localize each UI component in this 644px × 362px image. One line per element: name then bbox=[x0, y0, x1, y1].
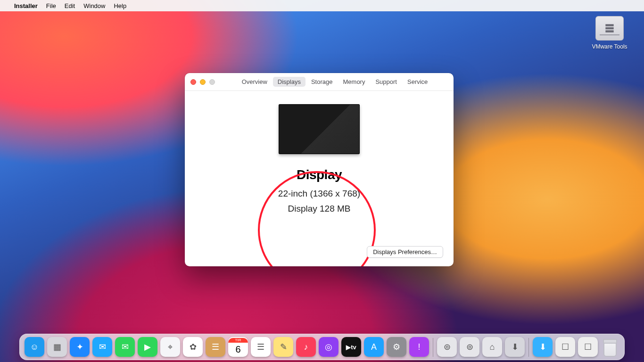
minimize-button[interactable] bbox=[200, 79, 206, 85]
about-content: Display 22-inch (644 x 362) Display 128… bbox=[185, 91, 454, 266]
dock-app-system-prefs[interactable]: ⚙ bbox=[387, 337, 406, 357]
doc-preview-2-icon: ☐ bbox=[584, 342, 592, 352]
mail-icon: ✉ bbox=[99, 342, 106, 352]
dock-app-reminders[interactable]: ☰ bbox=[251, 337, 271, 357]
display-thumbnail-icon bbox=[279, 104, 360, 154]
window-traffic-lights bbox=[190, 79, 215, 85]
dock-app-finder[interactable]: ☺ bbox=[25, 337, 44, 357]
tab-service[interactable]: Service bbox=[403, 77, 432, 87]
dock-app-macos-installer-1[interactable]: ⊚ bbox=[437, 337, 457, 357]
dock-app-facetime[interactable]: ▶ bbox=[138, 337, 157, 357]
display-title: Display bbox=[185, 164, 454, 186]
maps-icon: ⌖ bbox=[168, 342, 173, 352]
safari-icon: ✦ bbox=[76, 342, 83, 352]
dock-separator bbox=[528, 338, 529, 357]
folder-downloads-icon: ⬇ bbox=[539, 342, 546, 352]
downloads-stack-icon: ⬇ bbox=[512, 342, 519, 352]
tab-support[interactable]: Support bbox=[371, 77, 402, 87]
doc-preview-1-icon: ☐ bbox=[561, 342, 569, 352]
finder-icon: ☺ bbox=[30, 342, 39, 352]
tab-storage[interactable]: Storage bbox=[306, 77, 338, 87]
display-gpu-line: Display 128 MB bbox=[185, 201, 454, 216]
dock-app-mail[interactable]: ✉ bbox=[92, 337, 112, 357]
about-tabs: Overview Displays Storage Memory Support… bbox=[222, 77, 448, 87]
disk-icon bbox=[595, 16, 624, 41]
dock-app-macos-installer-2[interactable]: ⊚ bbox=[460, 337, 479, 357]
tab-displays[interactable]: Displays bbox=[273, 77, 305, 87]
contacts-icon: ☰ bbox=[212, 342, 219, 352]
menubar-app-name[interactable]: Installer bbox=[14, 2, 38, 9]
dock-app-app-store[interactable]: A bbox=[364, 337, 384, 357]
dock-app-podcasts[interactable]: ◎ bbox=[319, 337, 339, 357]
launchpad-icon: ▦ bbox=[53, 342, 61, 352]
macos-installer-1-icon: ⊚ bbox=[444, 342, 451, 352]
dock-app-photos[interactable]: ✿ bbox=[183, 337, 203, 357]
tv-icon: ▶tv bbox=[346, 344, 356, 351]
dock-app-launchpad[interactable]: ▦ bbox=[47, 337, 67, 357]
dock-app-messages[interactable]: ✉ bbox=[115, 337, 135, 357]
dock-app-disk-utility[interactable]: ⌂ bbox=[482, 337, 502, 357]
dock-app-contacts[interactable]: ☰ bbox=[206, 337, 225, 357]
menubar-item-window[interactable]: Window bbox=[83, 2, 105, 9]
desktop-volume-vmware-tools[interactable]: VMware Tools bbox=[588, 16, 631, 50]
calendar-day: 6 bbox=[235, 343, 240, 356]
dock-app-safari[interactable]: ✦ bbox=[70, 337, 90, 357]
dock-app-doc-preview-1[interactable]: ☐ bbox=[555, 337, 575, 357]
music-icon: ♪ bbox=[304, 342, 308, 352]
dock-app-folder-downloads[interactable]: ⬇ bbox=[533, 337, 553, 357]
dock-trash[interactable] bbox=[601, 337, 619, 357]
photos-icon: ✿ bbox=[190, 342, 197, 352]
system-prefs-icon: ⚙ bbox=[393, 342, 400, 352]
zoom-button[interactable] bbox=[209, 79, 215, 85]
window-titlebar[interactable]: Overview Displays Storage Memory Support… bbox=[185, 73, 454, 91]
display-size-line: 22-inch (644 x 362) bbox=[185, 186, 454, 201]
trash-icon bbox=[603, 341, 617, 357]
messages-icon: ✉ bbox=[122, 342, 129, 352]
dock-app-downloads-stack[interactable]: ⬇ bbox=[505, 337, 525, 357]
menubar: Installer File Edit Window Help bbox=[0, 0, 644, 11]
macos-installer-2-icon: ⊚ bbox=[466, 342, 473, 352]
dock-app-tv[interactable]: ▶tv bbox=[341, 337, 361, 357]
disk-utility-icon: ⌂ bbox=[490, 342, 495, 352]
tab-overview[interactable]: Overview bbox=[237, 77, 272, 87]
notes-icon: ✎ bbox=[280, 342, 287, 352]
app-store-icon: A bbox=[371, 342, 377, 352]
displays-preferences-button[interactable]: Displays Preferences… bbox=[367, 246, 443, 258]
dock: ☺▦✦✉✉▶⌖✿☰TIR6☰✎♪◎▶tvA⚙!⊚⊚⌂⬇⬇☐☐ bbox=[19, 334, 625, 360]
about-this-mac-window: Overview Displays Storage Memory Support… bbox=[185, 73, 454, 266]
dock-app-maps[interactable]: ⌖ bbox=[160, 337, 180, 357]
tab-memory[interactable]: Memory bbox=[339, 77, 370, 87]
dock-app-doc-preview-2[interactable]: ☐ bbox=[578, 337, 598, 357]
close-button[interactable] bbox=[190, 79, 196, 85]
desktop-volume-label: VMware Tools bbox=[588, 43, 631, 50]
reminders-icon: ☰ bbox=[257, 342, 264, 352]
dock-app-feedback[interactable]: ! bbox=[409, 337, 429, 357]
dock-app-music[interactable]: ♪ bbox=[296, 337, 316, 357]
dock-app-calendar[interactable]: TIR6 bbox=[228, 337, 248, 357]
feedback-icon: ! bbox=[418, 342, 420, 352]
menubar-item-help[interactable]: Help bbox=[114, 2, 126, 9]
calendar-weekday: TIR bbox=[228, 338, 248, 343]
dock-app-notes[interactable]: ✎ bbox=[273, 337, 293, 357]
menubar-item-file[interactable]: File bbox=[46, 2, 56, 9]
menubar-item-edit[interactable]: Edit bbox=[65, 2, 75, 9]
podcasts-icon: ◎ bbox=[325, 342, 332, 352]
facetime-icon: ▶ bbox=[144, 342, 151, 352]
dock-separator bbox=[433, 338, 433, 357]
